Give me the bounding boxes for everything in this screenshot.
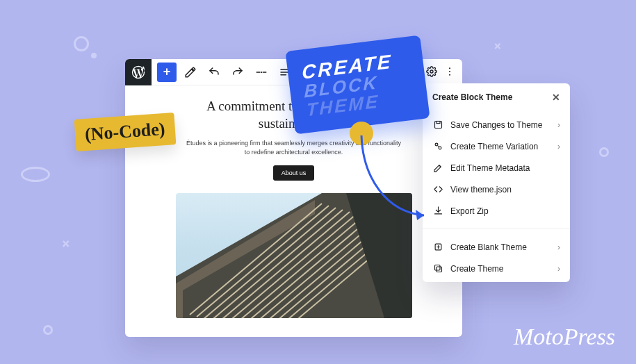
svg-point-19: [449, 71, 450, 72]
panel-item-label: Edit Theme Metadata: [450, 163, 560, 173]
svg-point-23: [435, 143, 438, 146]
svg-point-18: [449, 67, 450, 69]
chevron-right-icon: ›: [557, 264, 560, 274]
panel-item-create-theme[interactable]: Create Theme ›: [423, 258, 570, 279]
editor-top-actions: [426, 66, 455, 77]
deco-cross-2: +: [56, 234, 75, 253]
undo-button[interactable]: [204, 63, 224, 82]
page-subtext: Études is a pioneering firm that seamles…: [146, 139, 441, 156]
wordpress-logo[interactable]: [125, 59, 152, 85]
hero-image: [176, 193, 412, 318]
add-block-button[interactable]: +: [157, 63, 177, 82]
panel-item-create-variation[interactable]: Create Theme Variation ›: [423, 135, 570, 157]
edit-mode-button[interactable]: [181, 63, 200, 82]
chevron-right-icon: ›: [557, 120, 560, 130]
panel-item-edit-metadata[interactable]: Edit Theme Metadata: [423, 157, 570, 179]
panel-header: Create Block Theme ✕: [423, 83, 570, 111]
panel-item-view-json[interactable]: View theme.json: [423, 179, 570, 200]
redo-button[interactable]: [228, 63, 247, 82]
svg-point-17: [430, 70, 433, 73]
code-icon: [432, 184, 443, 195]
deco-circle: [74, 36, 89, 51]
more-icon[interactable]: [444, 66, 455, 77]
panel-list-top: Save Changes to Theme › Create Theme Var…: [423, 111, 570, 224]
deco-circle-small-2: [43, 325, 53, 335]
settings-icon[interactable]: [426, 66, 437, 77]
theme-icon: [432, 263, 443, 274]
close-icon[interactable]: ✕: [552, 92, 560, 103]
panel-title: Create Block Theme: [432, 92, 512, 102]
panel-item-label: Create Theme: [450, 264, 551, 274]
edit-icon: [432, 163, 443, 173]
panel-item-save-changes[interactable]: Save Changes to Theme ›: [423, 114, 570, 135]
deco-dot: [91, 53, 97, 58]
panel-item-label: Create Theme Variation: [450, 142, 551, 151]
motopress-logo: MotoPress: [514, 324, 615, 350]
panel-item-label: View theme.json: [450, 185, 560, 195]
svg-rect-27: [437, 267, 442, 272]
svg-rect-22: [437, 122, 440, 124]
panel-separator: [423, 229, 570, 229]
deco-cross: +: [489, 38, 507, 55]
svg-point-24: [439, 147, 441, 149]
svg-rect-26: [434, 265, 440, 271]
document-overview-button[interactable]: [252, 63, 271, 82]
svg-rect-21: [434, 122, 441, 129]
variation-icon: [432, 141, 443, 151]
panel-item-label: Export Zip: [450, 206, 560, 216]
create-block-theme-panel: Create Block Theme ✕ Save Changes to The…: [423, 83, 570, 282]
panel-item-create-blank[interactable]: Create Blank Theme ›: [423, 236, 570, 258]
export-icon: [432, 206, 443, 216]
chevron-right-icon: ›: [557, 142, 560, 151]
panel-list-bottom: Create Blank Theme › Create Theme ›: [423, 233, 570, 282]
panel-item-label: Create Blank Theme: [450, 242, 551, 252]
svg-point-0: [261, 71, 262, 72]
deco-circle-small: [599, 147, 609, 157]
about-us-button[interactable]: About us: [273, 165, 315, 181]
deco-oval: [21, 167, 50, 182]
panel-item-label: Save Changes to Theme: [450, 120, 551, 130]
save-icon: [432, 119, 443, 130]
panel-item-export-zip[interactable]: Export Zip: [423, 200, 570, 222]
create-block-theme-card: CREATE BLOCK THEME: [285, 35, 430, 135]
chevron-right-icon: ›: [557, 242, 560, 252]
blank-icon: [432, 242, 443, 252]
subtext-line-2: to redefine architectural excellence.: [245, 149, 343, 156]
accent-dot: [350, 122, 373, 145]
svg-point-20: [449, 74, 450, 76]
